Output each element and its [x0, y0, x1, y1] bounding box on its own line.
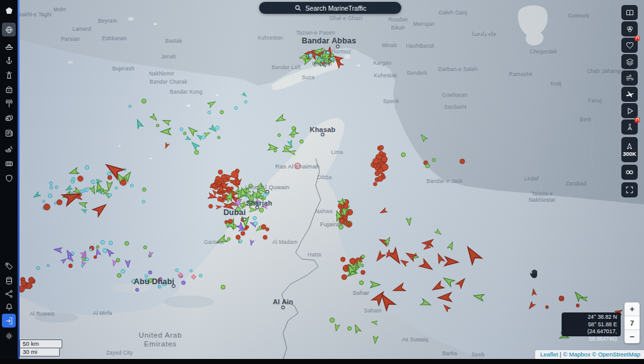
vessel-cyan-dot[interactable] — [129, 105, 131, 108]
vessel-cyan-dot[interactable] — [315, 56, 318, 58]
vessel-green-dot[interactable] — [360, 281, 364, 285]
vessel-green-dot[interactable] — [274, 149, 277, 152]
vessel-red-dot[interactable] — [374, 182, 377, 186]
vessel-cyan-dot[interactable] — [86, 258, 89, 261]
vessel-red-dot[interactable] — [546, 306, 549, 309]
vessel-green-dot[interactable] — [343, 200, 346, 202]
vessel-cyan-dot[interactable] — [47, 265, 50, 267]
datasets-button[interactable] — [2, 273, 16, 287]
vessel-cyan-dot[interactable] — [80, 190, 83, 193]
vessel-cyan-dot[interactable] — [103, 248, 107, 252]
vessel-red-dot[interactable] — [218, 197, 223, 202]
vessel-green-dot[interactable] — [125, 241, 129, 245]
vessel-cyan-dot[interactable] — [72, 177, 75, 180]
vessel-cyan-dot[interactable] — [208, 111, 211, 114]
vessel-red-dot[interactable] — [263, 235, 267, 239]
ports-button[interactable] — [2, 53, 16, 67]
vessel-green-dot[interactable] — [300, 140, 304, 143]
vessel-red-dot[interactable] — [379, 152, 384, 156]
vessel-cyan-dot[interactable] — [190, 270, 192, 272]
vessel-red-dot-lg[interactable] — [350, 258, 356, 265]
vessel-red-dot[interactable] — [375, 167, 379, 170]
vessel-green-dot[interactable] — [361, 264, 364, 267]
vessel-cyan-dot[interactable] — [54, 202, 57, 204]
data-products-button[interactable] — [2, 157, 16, 170]
vessel-green-dot[interactable] — [96, 246, 99, 248]
vessel-cyan-dot[interactable] — [121, 269, 125, 273]
vessel-cyan-dot[interactable] — [50, 186, 53, 189]
vessel-red-dot[interactable] — [379, 145, 384, 150]
notifications-button[interactable] — [2, 300, 16, 314]
vessel-cyan-dot[interactable] — [145, 275, 148, 278]
vessel-cyan-dot[interactable] — [91, 180, 95, 184]
playback-button[interactable] — [621, 103, 638, 118]
vessel-cyan-dot[interactable] — [48, 194, 52, 197]
vessel-green-dot[interactable] — [259, 208, 264, 212]
vessel-cyan-dot[interactable] — [145, 279, 148, 282]
vessel-green-dot[interactable] — [426, 164, 430, 168]
vessel-cyan-dot[interactable] — [253, 216, 257, 220]
vessel-cyan-dot[interactable] — [235, 106, 238, 109]
vessel-green-dot[interactable] — [362, 255, 365, 258]
vessel-red-dot-lg[interactable] — [121, 180, 126, 185]
vessel-red-dot-lg[interactable] — [373, 158, 379, 164]
vessel-green-dot[interactable] — [194, 150, 198, 154]
vessel-green-dot[interactable] — [226, 223, 230, 226]
vessel-red-dot[interactable] — [576, 304, 579, 307]
offers-button[interactable] — [2, 259, 16, 273]
vessel-red-dot[interactable] — [241, 231, 245, 235]
vessel-cyan-dot[interactable] — [180, 128, 183, 131]
vessel-cyan-dot[interactable] — [108, 194, 111, 197]
map-filters-button[interactable] — [621, 21, 638, 36]
vessel-green-dot[interactable] — [184, 132, 186, 135]
vessel-red-dot-lg[interactable] — [21, 280, 26, 286]
vessel-red-dot[interactable] — [209, 204, 213, 208]
zoom-in-button[interactable]: + — [625, 302, 640, 316]
vessel-cyan-dot[interactable] — [85, 165, 89, 169]
vessel-green-dot[interactable] — [148, 279, 152, 282]
vessel-cyan-dot[interactable] — [216, 126, 219, 130]
vessel-cyan-dot[interactable] — [36, 267, 40, 270]
vessel-red-dot-lg[interactable] — [78, 176, 84, 182]
protect-button[interactable] — [2, 171, 16, 185]
vessel-red-dot[interactable] — [218, 170, 223, 174]
vessel-red-dot[interactable] — [245, 228, 248, 231]
ais-stations-button[interactable] — [2, 97, 16, 111]
vessel-green-dot[interactable] — [249, 184, 253, 188]
live-map-button[interactable] — [2, 23, 16, 36]
vessel-red-dot-lg[interactable] — [26, 283, 33, 289]
news-button[interactable] — [2, 126, 16, 140]
vessel-cyan-dot[interactable] — [199, 274, 203, 277]
vessel-green-dot[interactable] — [432, 158, 435, 162]
vessel-cyan-dot[interactable] — [130, 184, 133, 187]
vessel-purple-dot[interactable] — [148, 271, 152, 274]
port-calls-button[interactable] — [2, 82, 16, 96]
search-bar[interactable]: Search MarineTraffic — [259, 2, 401, 14]
vessel-red-dot[interactable] — [261, 224, 266, 229]
services-button[interactable] — [2, 141, 16, 155]
vessel-red-dot-lg[interactable] — [339, 218, 344, 223]
vessel-green-dot[interactable] — [278, 134, 281, 137]
vessel-cyan-dot[interactable] — [81, 264, 84, 267]
vessel-green-dot[interactable] — [142, 99, 146, 103]
vessel-green-dot[interactable] — [82, 258, 86, 261]
login-button[interactable] — [2, 314, 16, 328]
vessel-green-dot[interactable] — [143, 246, 147, 249]
attribution-link[interactable]: © OpenStreetMap — [592, 351, 640, 358]
vessel-red-dot-lg[interactable] — [341, 275, 347, 280]
lights-button[interactable] — [2, 68, 16, 82]
vessel-red-dot[interactable] — [266, 228, 269, 231]
vessel-red-dot-lg[interactable] — [231, 171, 238, 178]
photos-button[interactable] — [2, 111, 16, 125]
vessel-red-dot[interactable] — [460, 159, 465, 164]
vessel-green-dot[interactable] — [291, 135, 294, 138]
attribution-link[interactable]: © Mapbox — [563, 351, 590, 358]
vessel-cyan-dot[interactable] — [158, 285, 161, 288]
port-ring-marker[interactable] — [295, 163, 301, 169]
vessel-red-dot-lg[interactable] — [44, 204, 50, 210]
vessel-green-dot[interactable] — [240, 203, 244, 207]
vessel-red-dot-lg[interactable] — [381, 163, 388, 170]
vessel-green-dot[interactable] — [220, 111, 223, 114]
map-layers-button[interactable] — [621, 54, 638, 69]
settings-button[interactable] — [2, 329, 16, 343]
